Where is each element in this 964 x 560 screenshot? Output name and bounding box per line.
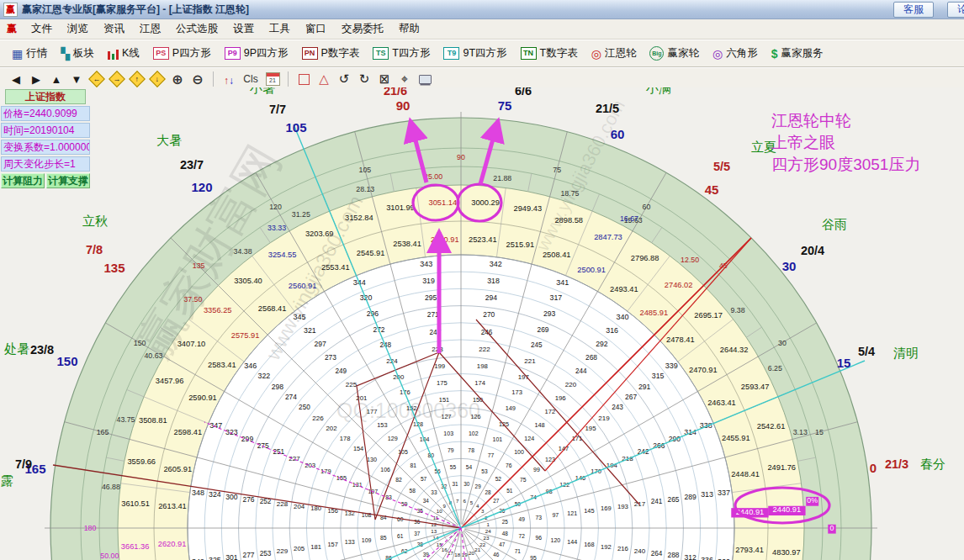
menu-item-2[interactable]: 资讯 <box>96 20 132 38</box>
svg-text:28.13: 28.13 <box>356 185 374 193</box>
svg-text:2485.91: 2485.91 <box>639 309 668 317</box>
svg-text:150: 150 <box>56 354 77 368</box>
calendar-button[interactable]: 21 <box>263 71 282 87</box>
forum-button[interactable]: 论坛 <box>947 2 964 18</box>
svg-text:101: 101 <box>493 436 503 442</box>
gann-wheel-icon: ◎ <box>591 47 601 61</box>
svg-text:31: 31 <box>453 481 459 487</box>
svg-text:321: 321 <box>304 326 316 335</box>
menu-item-1[interactable]: 浏览 <box>60 20 96 38</box>
svg-text:3661.36: 3661.36 <box>121 542 150 551</box>
toolbar-button-K线[interactable]: K线 <box>101 44 146 64</box>
svg-text:31.25: 31.25 <box>292 210 310 219</box>
menu-item-0[interactable]: 文件 <box>24 20 60 38</box>
toolbar-button-9P四方形[interactable]: P99P四方形 <box>218 44 295 64</box>
svg-text:3051.14: 3051.14 <box>429 198 458 207</box>
menu-item-4[interactable]: 公式选股 <box>168 20 225 38</box>
svg-text:180: 180 <box>84 524 97 532</box>
svg-text:0: 0 <box>870 461 877 475</box>
toolbar-button-赢家服务[interactable]: $赢家服务 <box>765 44 830 64</box>
svg-text:226: 226 <box>312 415 324 422</box>
toolbar-button-行情[interactable]: ▦行情 <box>5 44 54 64</box>
svg-text:341: 341 <box>556 278 569 287</box>
menu-item-3[interactable]: 江恩 <box>132 20 168 38</box>
svg-text:179: 179 <box>320 468 331 475</box>
toolbar-label: K线 <box>122 46 140 61</box>
svg-text:291: 291 <box>638 383 651 391</box>
menu-item-8[interactable]: 交易委托 <box>334 20 391 38</box>
center-button[interactable]: ⌖ <box>395 71 414 87</box>
toolbar-button-T数字表[interactable]: TNT数字表 <box>514 44 585 64</box>
menu-item-5[interactable]: 设置 <box>225 20 262 38</box>
presentation-button[interactable] <box>416 71 434 87</box>
zoom-in-button[interactable]: ⊕ <box>168 71 187 87</box>
svg-text:12.50: 12.50 <box>681 256 699 264</box>
step-down-button[interactable]: ↓ <box>148 71 167 87</box>
svg-text:9.38: 9.38 <box>730 306 744 314</box>
draw-triangle-button[interactable]: △ <box>315 71 333 87</box>
rotate-right-button[interactable]: → <box>108 71 126 87</box>
clear-button[interactable]: Cls <box>240 71 262 87</box>
svg-text:2898.58: 2898.58 <box>554 216 583 225</box>
toolbar-label: 六角形 <box>726 46 758 61</box>
annotation-text: 江恩轮中轮 <box>771 112 851 129</box>
delete-overlay-button[interactable]: ⊠ <box>375 71 394 87</box>
rotate-cw-button[interactable]: ↻ <box>355 71 373 87</box>
calc-resistance-button[interactable]: 计算阻力 <box>1 173 45 188</box>
client-service-button[interactable]: 客服 <box>893 2 934 18</box>
pan-left-button[interactable]: ◀ <box>7 71 25 87</box>
svg-text:124: 124 <box>524 435 534 442</box>
pan-right-button[interactable]: ▶ <box>27 71 45 87</box>
svg-text:40.63: 40.63 <box>144 351 162 360</box>
menu-item-9[interactable]: 帮助 <box>391 20 427 38</box>
toolbar-button-江恩轮[interactable]: ◎江恩轮 <box>585 44 644 64</box>
rotate-ccw-button[interactable]: ↺ <box>335 71 353 87</box>
svg-text:148: 148 <box>534 421 544 429</box>
pan-up-button[interactable]: ▲ <box>47 71 66 87</box>
svg-text:0%: 0% <box>807 496 818 505</box>
svg-text:324: 324 <box>209 490 221 499</box>
toolbar-button-六角形[interactable]: ◎六角形 <box>706 44 765 64</box>
calc-support-button[interactable]: 计算支撑 <box>46 173 90 188</box>
svg-text:2500.91: 2500.91 <box>577 266 606 274</box>
svg-text:340: 340 <box>616 313 628 321</box>
draw-square-button[interactable] <box>294 71 313 87</box>
svg-text:5/5: 5/5 <box>713 160 730 173</box>
svg-text:18: 18 <box>454 552 460 557</box>
svg-text:30: 30 <box>463 481 470 487</box>
step-up-button[interactable]: ↑ <box>128 71 146 87</box>
svg-text:145: 145 <box>584 507 594 515</box>
svg-text:196: 196 <box>555 394 566 402</box>
toolbar-button-P数字表[interactable]: PNP数字表 <box>295 44 367 64</box>
adjust-range-button[interactable]: ↑↓ <box>220 71 238 87</box>
svg-text:13: 13 <box>431 528 437 534</box>
svg-text:195: 195 <box>585 425 596 432</box>
svg-text:3559.66: 3559.66 <box>127 457 156 466</box>
svg-text:2493.41: 2493.41 <box>610 285 638 293</box>
svg-text:133: 133 <box>345 538 355 546</box>
toolbar-button-赢家轮[interactable]: Big赢家轮 <box>643 44 706 64</box>
svg-text:43.75: 43.75 <box>116 415 135 424</box>
zoom-out-button[interactable]: ⊖ <box>188 71 207 87</box>
svg-text:2491.76: 2491.76 <box>767 463 796 472</box>
svg-text:5/4: 5/4 <box>858 345 875 358</box>
svg-text:2530.91: 2530.91 <box>431 235 459 244</box>
pan-down-button[interactable]: ▼ <box>67 71 86 87</box>
svg-text:7: 7 <box>456 498 459 504</box>
svg-text:3508.81: 3508.81 <box>139 416 167 425</box>
svg-text:120: 120 <box>550 537 560 543</box>
menu-item-7[interactable]: 窗口 <box>298 20 334 38</box>
stock-info-panel: 上证指数 价格=2440.9099时间=20190104变换系数=1.00000… <box>1 89 90 188</box>
solar-term-label: 小暑 <box>249 87 275 95</box>
svg-text:155: 155 <box>336 474 347 482</box>
svg-text:78: 78 <box>468 447 474 453</box>
svg-text:11: 11 <box>433 515 439 520</box>
toolbar-separator <box>288 71 289 87</box>
svg-text:53: 53 <box>481 468 488 474</box>
menu-item-6[interactable]: 工具 <box>262 20 298 38</box>
toolbar-button-9T四方形[interactable]: T99T四方形 <box>437 44 513 64</box>
rotate-left-button[interactable]: ← <box>87 71 106 87</box>
toolbar-button-T四方形[interactable]: TST四方形 <box>366 44 437 64</box>
toolbar-button-板块[interactable]: ▚板块 <box>54 44 101 64</box>
toolbar-button-P四方形[interactable]: PSP四方形 <box>146 44 218 64</box>
